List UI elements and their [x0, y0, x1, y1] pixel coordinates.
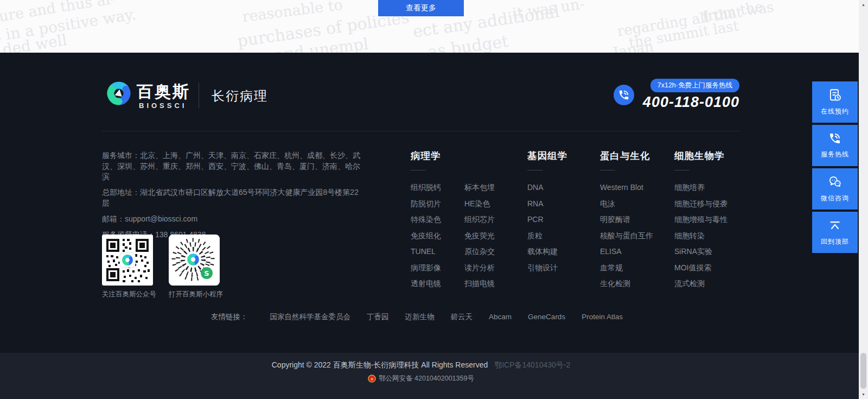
- scrollbar-thumb[interactable]: [860, 353, 866, 389]
- footer-link[interactable]: 载体构建: [527, 244, 567, 260]
- footer-link[interactable]: 组织芯片: [464, 212, 495, 228]
- footer-link[interactable]: MOI值摸索: [674, 260, 727, 276]
- footer-link[interactable]: 血常规: [600, 260, 653, 276]
- friend-link[interactable]: GeneCards: [528, 313, 565, 321]
- friend-link[interactable]: Abcam: [489, 313, 512, 321]
- footer-link[interactable]: 电泳: [600, 196, 653, 212]
- footer-link[interactable]: 细胞转染: [674, 228, 727, 244]
- watermark-text: regarding all that was: [616, 0, 775, 40]
- footer-column-protein: 蛋白与生化 Western Blot电泳明胶酶谱核酸与蛋白互作ELISA血常规生…: [600, 149, 653, 292]
- copyright-text: Copyright © 2022 百奥斯生物-长衍病理科技 All Rights…: [272, 360, 488, 369]
- hq-address-text: 总部地址：湖北省武汉市硚口区解放大道65号环同济大健康产业园8号楼第22层: [102, 187, 366, 208]
- sidebar-item-label: 微信咨询: [821, 194, 849, 203]
- footer-link[interactable]: 流式检测: [674, 276, 727, 292]
- phone-icon: [828, 132, 841, 147]
- watermark-text: the summit last: [628, 17, 740, 51]
- footer-link[interactable]: Western Blot: [600, 180, 653, 196]
- footer-column-genomics: 基因组学 DNARNAPCR质粒载体构建引物设计: [527, 149, 567, 276]
- arrow-up-icon: [828, 218, 842, 234]
- footer-divider: [102, 131, 739, 131]
- brand-divider: [199, 83, 199, 108]
- footer-link[interactable]: RNA: [527, 196, 567, 212]
- scrollbar-down-arrow[interactable]: ▼: [859, 390, 868, 399]
- friend-link[interactable]: 迈新生物: [405, 313, 435, 321]
- footer-link[interactable]: 细胞培养: [674, 180, 727, 196]
- watermark-text: Japan: [612, 38, 655, 53]
- footer-link[interactable]: 特殊染色: [411, 212, 450, 228]
- footer-link[interactable]: 扫描电镜: [464, 276, 495, 292]
- column-title: 细胞生物学: [674, 149, 727, 162]
- quick-action-sidebar: 在线预约 服务热线: [812, 81, 858, 253]
- online-booking-button[interactable]: 在线预约: [812, 81, 858, 123]
- friend-links-label: 友情链接：: [211, 312, 248, 322]
- footer-link[interactable]: 组织脱钙: [411, 180, 450, 196]
- footer-link[interactable]: 细胞迁移与侵袭: [674, 196, 727, 212]
- footer-link[interactable]: 标本包埋: [464, 180, 495, 196]
- column-title: 病理学: [411, 149, 495, 162]
- column-title-underline: [600, 170, 615, 170]
- brand-name-cn: 百奥斯: [137, 81, 190, 103]
- footer-column-pathology: 病理学 组织脱钙防脱切片特殊染色免疫组化TUNEL病理影像透射电镜 标本包埋HE…: [411, 149, 495, 292]
- friend-link[interactable]: 碧云天: [451, 313, 473, 321]
- qr-caption: 打开百奥斯小程序: [169, 290, 220, 299]
- wechat-consult-button[interactable]: 微信咨询: [812, 168, 858, 210]
- footer-link[interactable]: PCR: [527, 212, 567, 228]
- footer-link[interactable]: 免疫组化: [411, 228, 450, 244]
- sidebar-item-label: 在线预约: [821, 107, 849, 116]
- mini-program-qr-code: S: [169, 235, 220, 286]
- column-title: 蛋白与生化: [600, 149, 653, 162]
- service-cities-text: 服务城市：北京、上海、广州、天津、南京、石家庄、杭州、成都、长沙、武汉、深圳、苏…: [102, 150, 366, 182]
- footer-link[interactable]: 病理影像: [411, 260, 450, 276]
- sidebar-item-label: 服务热线: [821, 150, 849, 159]
- wechat-official-qr-block: 关注百奥斯公众号: [102, 235, 153, 299]
- svg-text:S: S: [204, 269, 209, 277]
- footer-link[interactable]: 核酸与蛋白互作: [600, 228, 653, 244]
- svg-text:★: ★: [370, 376, 374, 381]
- footer-link[interactable]: 明胶酶谱: [600, 212, 653, 228]
- brand-name-en: BIOSSCI: [139, 102, 187, 110]
- footer-link[interactable]: 读片分析: [464, 260, 495, 276]
- hotline-number: 400-118-0100: [643, 94, 739, 111]
- footer-link[interactable]: DNA: [527, 180, 567, 196]
- footer-link[interactable]: 生化检测: [600, 276, 653, 292]
- mini-program-qr-block: S 打开百奥斯小程序: [169, 235, 220, 299]
- footer-link[interactable]: 透射电镜: [411, 276, 450, 292]
- footer-link[interactable]: HE染色: [464, 196, 495, 212]
- contact-info: 服务城市：北京、上海、广州、天津、南京、石家庄、杭州、成都、长沙、武汉、深圳、苏…: [102, 150, 366, 245]
- hotline-block: 7x12h·免费上门服务热线 400-118-0100: [614, 79, 739, 111]
- icp-number-link[interactable]: 鄂ICP备14010430号-2: [494, 360, 570, 369]
- footer-link[interactable]: 免疫荧光: [464, 228, 495, 244]
- service-hotline-button[interactable]: 服务热线: [812, 125, 858, 166]
- friend-link[interactable]: 国家自然科学基金委员会: [270, 313, 351, 321]
- biossci-logo-icon: [102, 78, 136, 111]
- column-title: 基因组学: [527, 149, 567, 162]
- back-to-top-button[interactable]: 回到顶部: [812, 212, 858, 253]
- friend-link[interactable]: 丁香园: [367, 313, 389, 321]
- watermark-text: from the: [701, 0, 764, 25]
- footer-link[interactable]: SiRNA实验: [674, 244, 727, 260]
- watermark-text: and unempl: [274, 35, 369, 53]
- footer-link[interactable]: TUNEL: [411, 244, 450, 260]
- scrollbar-up-arrow[interactable]: ▲: [859, 0, 868, 9]
- footer-link[interactable]: 原位杂交: [464, 244, 495, 260]
- footer-link[interactable]: 细胞增殖与毒性: [674, 212, 727, 228]
- footer-link[interactable]: 质粒: [527, 228, 567, 244]
- footer: 百奥斯 BIOSSCI 长衍病理 7x12h·免费上门服务热线 400-118-…: [0, 53, 868, 353]
- friend-link[interactable]: Protein Atlas: [582, 313, 623, 321]
- police-badge-icon: ★: [368, 375, 376, 383]
- wechat-official-qr-code: [102, 235, 153, 286]
- footer-link[interactable]: ELISA: [600, 244, 653, 260]
- qr-code-row: 关注百奥斯公众号: [102, 235, 220, 299]
- sub-brand-name: 长衍病理: [212, 87, 268, 105]
- footer-link[interactable]: 引物设计: [527, 260, 567, 276]
- hotline-badge: 7x12h·免费上门服务热线: [650, 79, 739, 92]
- police-record-link[interactable]: 鄂公网安备 42010402001359号: [379, 374, 474, 383]
- view-more-button[interactable]: 查看更多: [378, 0, 464, 16]
- watermark-text: ded well: [1, 31, 68, 53]
- qr-caption: 关注百奥斯公众号: [102, 290, 153, 299]
- footer-link[interactable]: 防脱切片: [411, 196, 450, 212]
- watermark-text: as budget: [426, 31, 509, 53]
- footer-column-cell-biology: 细胞生物学 细胞培养细胞迁移与侵袭细胞增殖与毒性细胞转染SiRNA实验MOI值摸…: [674, 149, 727, 292]
- scrollbar[interactable]: ▲ ▼: [859, 0, 868, 399]
- copyright-bar: Copyright © 2022 百奥斯生物-长衍病理科技 All Rights…: [0, 353, 868, 399]
